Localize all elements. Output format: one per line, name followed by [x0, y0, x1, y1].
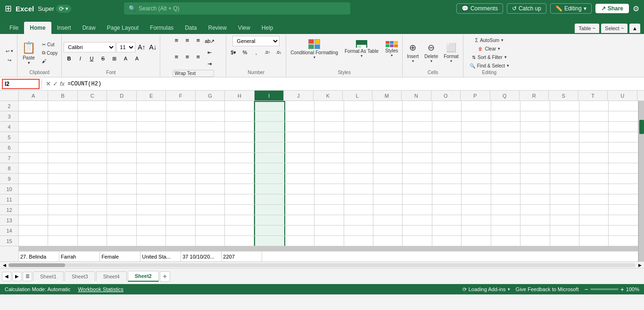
- tab-formulas[interactable]: Formulas: [144, 22, 179, 34]
- cell-3-1[interactable]: [48, 132, 77, 142]
- cell-13-0[interactable]: [19, 236, 48, 246]
- cell-13-7[interactable]: [225, 236, 254, 246]
- tab-sheet3[interactable]: Sheet3: [65, 271, 95, 281]
- orientation-btn[interactable]: ab↗: [204, 36, 215, 46]
- cell-8-7[interactable]: [225, 184, 254, 194]
- row-15[interactable]: 15: [0, 236, 18, 246]
- cell-6-4[interactable]: [137, 163, 166, 173]
- cell-9-20[interactable]: [609, 194, 638, 204]
- cell-11-5[interactable]: [166, 215, 195, 225]
- decimal-increase-btn[interactable]: .0↑: [262, 47, 272, 58]
- cell-1-9[interactable]: [285, 111, 314, 121]
- col-R[interactable]: R: [520, 91, 549, 101]
- cell-3-13[interactable]: [403, 132, 432, 142]
- cell-2-0[interactable]: [19, 122, 48, 132]
- cell-0-1[interactable]: [48, 101, 77, 111]
- insert-cells-btn[interactable]: ⊕ Insert ▾: [405, 40, 421, 66]
- cell-9-9[interactable]: [285, 194, 314, 204]
- format-painter-btn[interactable]: 🖌: [40, 58, 59, 65]
- cell-9-11[interactable]: [344, 194, 373, 204]
- paste-btn[interactable]: 📋 Paste ▾: [19, 38, 38, 67]
- cell-0-13[interactable]: [403, 101, 432, 111]
- cell-13-8[interactable]: [254, 236, 285, 246]
- font-grow-btn[interactable]: A↑: [136, 42, 147, 52]
- cell-10-14[interactable]: [432, 205, 462, 215]
- cell-9-1[interactable]: [48, 194, 77, 204]
- col-B[interactable]: B: [48, 91, 77, 101]
- cell-2-14[interactable]: [432, 122, 462, 132]
- cell-7-17[interactable]: [520, 174, 550, 184]
- zoom-slider[interactable]: [590, 288, 619, 290]
- cell-4-14[interactable]: [432, 142, 462, 152]
- cell-8-11[interactable]: [344, 184, 373, 194]
- col-H[interactable]: H: [225, 91, 254, 101]
- bottom-cell-a[interactable]: 27. Belinda: [19, 251, 59, 261]
- cell-7-8[interactable]: [254, 174, 285, 184]
- cell-5-12[interactable]: [373, 153, 403, 163]
- cell-8-0[interactable]: [19, 184, 48, 194]
- cell-7-15[interactable]: [462, 174, 491, 184]
- col-O[interactable]: O: [431, 91, 461, 101]
- cell-6-10[interactable]: [314, 163, 344, 173]
- cell-12-11[interactable]: [344, 226, 373, 235]
- cell-6-5[interactable]: [166, 163, 195, 173]
- row-12[interactable]: 12: [0, 205, 18, 215]
- cell-3-19[interactable]: [579, 132, 609, 142]
- cell-11-15[interactable]: [462, 215, 491, 225]
- tab-home[interactable]: Home: [24, 22, 51, 34]
- cell-10-3[interactable]: [107, 205, 136, 215]
- redo-btn[interactable]: ↪: [6, 57, 13, 64]
- cell-8-18[interactable]: [550, 184, 579, 194]
- cell-8-1[interactable]: [48, 184, 77, 194]
- cell-13-19[interactable]: [579, 236, 609, 246]
- cell-6-3[interactable]: [107, 163, 136, 173]
- cell-2-13[interactable]: [403, 122, 432, 132]
- cell-8-15[interactable]: [462, 184, 491, 194]
- cell-0-4[interactable]: [137, 101, 166, 111]
- cell-10-6[interactable]: [196, 205, 225, 215]
- number-format-select[interactable]: General: [232, 36, 280, 46]
- cell-1-17[interactable]: [520, 111, 550, 121]
- cell-4-18[interactable]: [550, 142, 579, 152]
- cell-11-7[interactable]: [225, 215, 254, 225]
- cell-5-18[interactable]: [550, 153, 579, 163]
- cell-4-8[interactable]: [254, 142, 285, 152]
- cell-13-14[interactable]: [432, 236, 462, 246]
- cell-2-19[interactable]: [579, 122, 609, 132]
- cell-6-9[interactable]: [285, 163, 314, 173]
- cell-1-14[interactable]: [432, 111, 462, 121]
- cell-12-12[interactable]: [373, 226, 403, 235]
- wrap-text-btn[interactable]: Wrap Text: [173, 70, 215, 77]
- col-D[interactable]: D: [107, 91, 136, 101]
- col-C[interactable]: C: [78, 91, 107, 101]
- cell-12-1[interactable]: [48, 226, 77, 235]
- cell-8-10[interactable]: [314, 184, 344, 194]
- cell-6-16[interactable]: [491, 163, 520, 173]
- cell-12-5[interactable]: [166, 226, 195, 235]
- cell-4-15[interactable]: [462, 142, 491, 152]
- cell-10-4[interactable]: [137, 205, 166, 215]
- cell-9-13[interactable]: [403, 194, 432, 204]
- cell-5-0[interactable]: [19, 153, 48, 163]
- cell-13-13[interactable]: [403, 236, 432, 246]
- row-13[interactable]: 13: [0, 215, 18, 226]
- cell-4-2[interactable]: [78, 142, 107, 152]
- cell-13-16[interactable]: [491, 236, 520, 246]
- scroll-left-btn[interactable]: ◀: [1, 262, 8, 268]
- cell-13-18[interactable]: [550, 236, 579, 246]
- cell-8-20[interactable]: [609, 184, 638, 194]
- cell-1-18[interactable]: [550, 111, 579, 121]
- waffle-icon[interactable]: ⊞: [5, 3, 12, 14]
- cell-3-6[interactable]: [196, 132, 225, 142]
- cell-1-10[interactable]: [314, 111, 344, 121]
- cell-12-0[interactable]: [19, 226, 48, 235]
- cell-9-2[interactable]: [78, 194, 107, 204]
- cell-5-9[interactable]: [285, 153, 314, 163]
- cell-13-11[interactable]: [344, 236, 373, 246]
- cell-7-14[interactable]: [432, 174, 462, 184]
- cell-4-7[interactable]: [225, 142, 254, 152]
- cell-9-6[interactable]: [196, 194, 225, 204]
- cell-1-11[interactable]: [344, 111, 373, 121]
- cell-8-14[interactable]: [432, 184, 462, 194]
- bold-btn[interactable]: B: [64, 53, 74, 64]
